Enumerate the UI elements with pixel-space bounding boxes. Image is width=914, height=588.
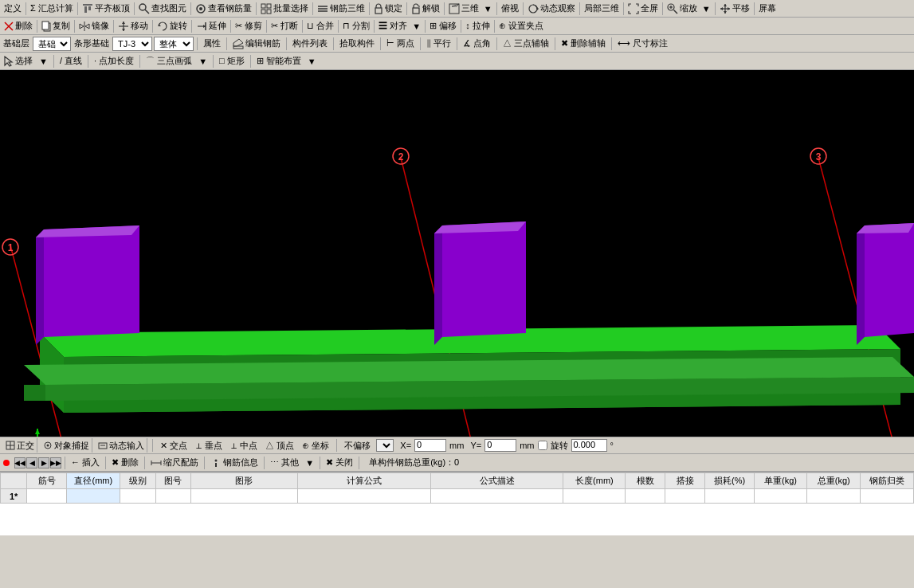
btn-two-points[interactable]: ⊢ 两点 <box>384 37 417 50</box>
btn-dropdown-arc[interactable]: ▼ <box>196 56 210 67</box>
btn-properties[interactable]: 属性 <box>201 37 223 50</box>
cell-splice-1[interactable] <box>665 489 705 504</box>
btn-align-top[interactable]: 平齐板顶 <box>80 2 132 15</box>
btn-copy[interactable]: 复制 <box>39 19 73 33</box>
btn-break[interactable]: ✂ 打断 <box>269 19 300 33</box>
btn-trim[interactable]: ✂ 修剪 <box>233 19 265 33</box>
btn-batch-select[interactable]: 批量选择 <box>258 2 311 15</box>
nav-first[interactable]: ◀◀ <box>14 457 25 468</box>
btn-dropdown-align[interactable]: ▼ <box>410 21 423 32</box>
btn-point-angle[interactable]: ∡ 点角 <box>461 37 493 50</box>
layer-select-1[interactable]: 基础 <box>33 37 71 51</box>
btn-three-point-axis[interactable]: △ 三点辅轴 <box>500 37 551 50</box>
btn-screen[interactable]: 屏幕 <box>756 2 779 15</box>
btn-3d-view[interactable]: 三维 <box>446 2 481 15</box>
sep-l10 <box>611 37 612 50</box>
cell-bar-num-1[interactable] <box>27 489 67 504</box>
btn-align[interactable]: ☰ 对齐 <box>376 19 410 33</box>
cell-loss-1[interactable] <box>705 489 754 504</box>
btn-close[interactable]: ✖ 关闭 <box>324 456 355 469</box>
btn-dropdown-smart[interactable]: ▼ <box>305 56 319 67</box>
btn-select[interactable]: 选择 <box>2 54 35 68</box>
btn-rebar-3d[interactable]: 钢筋三维 <box>315 2 367 15</box>
cell-grade-1[interactable] <box>120 489 156 504</box>
btn-parallel[interactable]: ∥ 平行 <box>424 37 453 50</box>
btn-extend[interactable]: 延伸 <box>194 19 229 33</box>
snap-coord[interactable]: ⊕ 坐标 <box>300 439 331 453</box>
btn-arc[interactable]: ⌒ 三点画弧 <box>143 54 194 68</box>
btn-fullscreen[interactable]: 全屏 <box>626 2 661 15</box>
sep-r3 <box>144 457 145 469</box>
btn-zoom[interactable]: 缩放 <box>665 2 700 15</box>
status-ortho[interactable]: 正交 <box>3 438 37 453</box>
btn-delete[interactable]: 删除 <box>2 19 35 33</box>
snap-perpendicular[interactable]: ⊥ 垂点 <box>193 439 225 453</box>
btn-rotate[interactable]: 旋转 <box>155 19 190 33</box>
status-dynamic-input[interactable]: 动态输入 <box>96 438 147 453</box>
btn-smart-layout[interactable]: ⊞ 智能布置 <box>254 54 304 68</box>
btn-dropdown-3d[interactable]: ▼ <box>481 3 495 14</box>
btn-insert-row[interactable]: ← 插入 <box>69 456 102 469</box>
rotate-checkbox[interactable] <box>538 441 547 450</box>
btn-local-3d[interactable]: 局部三维 <box>582 2 622 15</box>
btn-delete-axis[interactable]: ✖ 删除辅轴 <box>559 37 608 50</box>
btn-move[interactable]: 移动 <box>116 19 151 33</box>
btn-component-list[interactable]: 构件列表 <box>290 37 330 50</box>
layer-select-2[interactable]: TJ-3 <box>112 37 152 51</box>
row-num-1: 1* <box>1 489 27 504</box>
layer-label-2: 条形基础 <box>73 37 111 49</box>
btn-dropdown-other[interactable]: ▼ <box>303 457 316 468</box>
btn-line[interactable]: / 直线 <box>57 54 84 68</box>
cell-shape-num-1[interactable] <box>155 489 191 504</box>
nav-next[interactable]: ▶ <box>38 457 49 468</box>
btn-dropdown-select[interactable]: ▼ <box>37 56 50 67</box>
btn-split[interactable]: ⊓ 分割 <box>340 19 372 33</box>
btn-define[interactable]: 定义 <box>2 2 24 15</box>
btn-offset[interactable]: ⊞ 偏移 <box>427 19 459 33</box>
btn-rect[interactable]: □ 矩形 <box>217 54 247 68</box>
btn-pick-component[interactable]: 拾取构件 <box>337 37 377 50</box>
nav-last[interactable]: ▶▶ <box>50 457 61 468</box>
btn-calc[interactable]: Σ 汇总计算 <box>28 2 76 15</box>
find-icon <box>139 3 150 14</box>
cell-category-1[interactable] <box>861 489 914 504</box>
btn-dimension[interactable]: ⟷ 尺寸标注 <box>615 37 670 50</box>
btn-merge[interactable]: ⊔ 合并 <box>304 19 336 33</box>
btn-delete-row[interactable]: ✖ 删除 <box>109 456 141 469</box>
snap-endpoint[interactable]: △ 顶点 <box>263 439 296 453</box>
btn-mirror[interactable]: 镜像 <box>76 19 112 33</box>
status-snap[interactable]: 对象捕捉 <box>41 438 92 453</box>
btn-stretch[interactable]: ↕ 拉伸 <box>463 19 492 33</box>
btn-dynamic-observe[interactable]: 动态观察 <box>525 2 578 15</box>
btn-point-length[interactable]: · 点加长度 <box>92 54 136 68</box>
cell-length-1[interactable] <box>563 489 626 504</box>
btn-set-grip[interactable]: ⊕ 设置夹点 <box>496 19 546 33</box>
nav-prev[interactable]: ◀ <box>26 457 37 468</box>
btn-rebar-info[interactable]: 钢筋信息 <box>208 456 261 469</box>
offset-select[interactable] <box>376 439 394 452</box>
cell-total-weight-1[interactable] <box>807 489 861 504</box>
btn-edit-rebar[interactable]: 编辑钢筋 <box>230 37 283 50</box>
cell-count-1[interactable] <box>626 489 665 504</box>
btn-find[interactable]: 查找图元 <box>136 2 189 15</box>
snap-midpoint[interactable]: ⊥ 中点 <box>228 439 260 453</box>
btn-pan[interactable]: 平移 <box>717 2 752 15</box>
btn-lock[interactable]: 锁定 <box>371 2 405 15</box>
cell-unit-weight-1[interactable] <box>754 489 807 504</box>
btn-dropdown-zoom[interactable]: ▼ <box>700 3 713 14</box>
snap-intersection[interactable]: ✕ 交点 <box>158 439 190 453</box>
btn-scale-rebar[interactable]: 缩尺配筋 <box>148 456 201 469</box>
sep-r4 <box>204 457 205 469</box>
cell-diameter-1[interactable] <box>67 489 120 504</box>
viewport[interactable]: 1 2 3 1 2 3 B <box>0 70 914 437</box>
sep-d9 <box>338 20 339 33</box>
btn-view-rebar[interactable]: 查看钢筋量 <box>193 2 254 15</box>
cell-formula-1[interactable] <box>297 489 430 504</box>
cell-desc-1[interactable] <box>430 489 563 504</box>
btn-unlock[interactable]: 解锁 <box>409 2 442 15</box>
cell-figure-1[interactable] <box>191 489 298 504</box>
layer-select-3[interactable]: 整体 <box>154 37 194 51</box>
btn-other[interactable]: ⋯ 其他 <box>268 456 301 469</box>
btn-top-view[interactable]: 俯视 <box>499 2 521 15</box>
btn-no-offset[interactable]: 不偏移 <box>342 439 373 453</box>
